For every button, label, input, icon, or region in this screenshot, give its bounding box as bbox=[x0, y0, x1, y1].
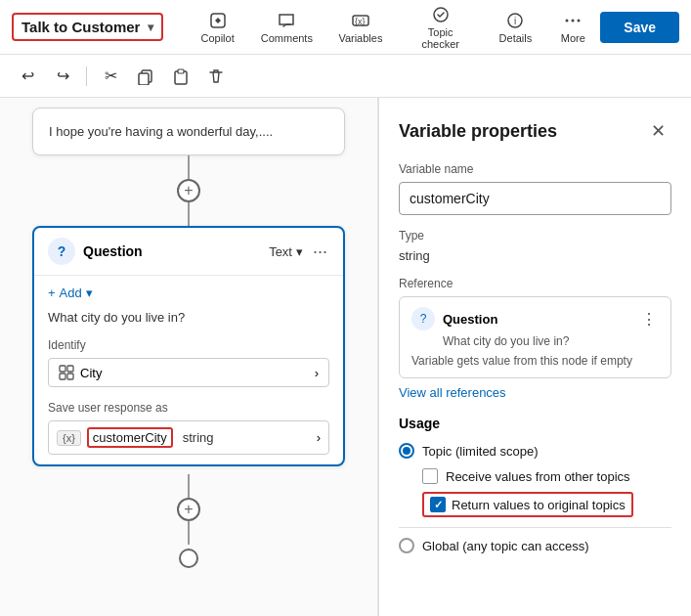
save-field[interactable]: {x} customerCity string › bbox=[48, 420, 329, 455]
topic-scope-radio-indicator bbox=[399, 443, 414, 459]
ref-header: ? Question ⋮ bbox=[411, 307, 659, 330]
ref-title: Question bbox=[443, 312, 497, 327]
identify-chevron-icon: › bbox=[315, 366, 319, 380]
svg-point-8 bbox=[578, 19, 581, 22]
variables-button[interactable]: {x} Variables bbox=[325, 5, 396, 50]
question-header: ? Question Text ▾ ··· bbox=[34, 228, 343, 276]
topic-checker-button[interactable]: Topic checker bbox=[396, 0, 486, 56]
panel-title: Variable properties bbox=[399, 121, 557, 142]
svg-rect-14 bbox=[67, 366, 73, 372]
plus-icon: + bbox=[48, 286, 56, 300]
global-scope-label: Global (any topic can access) bbox=[422, 539, 589, 553]
copilot-label: Copilot bbox=[200, 32, 234, 44]
add-node-button-1[interactable]: + bbox=[177, 179, 200, 202]
comments-button[interactable]: Comments bbox=[248, 5, 325, 50]
canvas: I hope you're having a wonderful day,...… bbox=[0, 98, 378, 616]
type-chevron-icon: ▾ bbox=[296, 244, 303, 259]
global-scope-radio-indicator bbox=[399, 538, 414, 553]
variables-label: Variables bbox=[338, 32, 382, 44]
topic-checker-icon bbox=[431, 5, 451, 24]
cut-button[interactable]: ✂ bbox=[95, 61, 126, 92]
node-more-button[interactable]: ··· bbox=[311, 242, 329, 262]
details-label: Details bbox=[499, 32, 533, 44]
paste-button[interactable] bbox=[165, 61, 196, 92]
view-all-references-link[interactable]: View all references bbox=[399, 385, 506, 400]
topic-scope-label: Topic (limited scope) bbox=[422, 444, 539, 459]
save-field-chevron-icon: › bbox=[317, 430, 321, 445]
var-name-field-label: Variable name bbox=[399, 162, 671, 176]
save-response-label: Save user response as bbox=[48, 401, 329, 415]
identify-value: City bbox=[80, 366, 102, 380]
return-values-checkbox[interactable]: Return values to original topics bbox=[422, 492, 671, 517]
add-label: Add bbox=[60, 286, 82, 300]
global-scope-radio[interactable]: Global (any topic can access) bbox=[399, 538, 671, 553]
identify-field[interactable]: City › bbox=[48, 358, 329, 387]
question-header-right: Text ▾ ··· bbox=[269, 242, 329, 262]
receive-values-checkbox[interactable]: Receive values from other topics bbox=[422, 468, 671, 484]
bottom-connector: + bbox=[177, 474, 200, 568]
ref-question-icon: ? bbox=[411, 307, 435, 330]
svg-point-6 bbox=[566, 19, 569, 22]
copy-button[interactable] bbox=[130, 61, 161, 92]
connector-line-2 bbox=[188, 202, 190, 226]
toolbar-icons: Copilot Comments {x} Variables Topic che… bbox=[187, 0, 600, 56]
panel-header: Variable properties ✕ bbox=[399, 117, 671, 145]
usage-title: Usage bbox=[399, 416, 671, 431]
delete-button[interactable] bbox=[200, 61, 232, 92]
var-name-input[interactable] bbox=[399, 182, 671, 215]
connector-line-3 bbox=[188, 474, 190, 498]
ref-header-left: ? Question bbox=[411, 307, 497, 330]
delete-icon bbox=[207, 67, 225, 85]
app-title-text: Talk to Customer bbox=[22, 19, 140, 35]
ref-more-button[interactable]: ⋮ bbox=[639, 310, 659, 329]
copilot-icon bbox=[208, 11, 228, 30]
more-button[interactable]: More bbox=[545, 5, 600, 50]
copy-icon bbox=[137, 67, 154, 85]
variable-properties-panel: Variable properties ✕ Variable name Type… bbox=[378, 98, 691, 616]
topic-scope-sub-options: Receive values from other topics Return … bbox=[422, 468, 671, 517]
save-button[interactable]: Save bbox=[600, 12, 679, 43]
main-area: I hope you're having a wonderful day,...… bbox=[0, 98, 691, 616]
comments-icon bbox=[277, 11, 296, 30]
type-field-label: Type bbox=[399, 229, 671, 242]
var-name-highlight: customerCity bbox=[87, 427, 173, 448]
add-content-button[interactable]: + Add ▾ bbox=[48, 286, 93, 300]
redo-button[interactable]: ↪ bbox=[47, 61, 78, 92]
details-button[interactable]: i Details bbox=[485, 5, 545, 50]
question-header-left: ? Question bbox=[48, 238, 143, 265]
message-text: I hope you're having a wonderful day,...… bbox=[49, 124, 273, 139]
topic-scope-radio[interactable]: Topic (limited scope) bbox=[399, 443, 671, 459]
return-values-label: Return values to original topics bbox=[452, 498, 626, 512]
comments-label: Comments bbox=[261, 32, 313, 44]
question-title: Question bbox=[83, 243, 143, 259]
type-value: string bbox=[399, 248, 671, 263]
svg-text:i: i bbox=[514, 16, 516, 26]
undo-button[interactable]: ↩ bbox=[12, 61, 43, 92]
question-node: ? Question Text ▾ ··· + Add bbox=[32, 226, 345, 466]
var-type-text: string bbox=[183, 430, 214, 445]
question-text: What city do you live in? bbox=[48, 310, 329, 325]
edit-toolbar: ↩ ↪ ✂ bbox=[0, 55, 691, 98]
end-node bbox=[179, 549, 198, 568]
more-label: More bbox=[561, 32, 585, 44]
receive-values-label: Receive values from other topics bbox=[446, 469, 630, 484]
copilot-button[interactable]: Copilot bbox=[187, 5, 247, 50]
reference-field-label: Reference bbox=[399, 277, 671, 290]
close-panel-button[interactable]: ✕ bbox=[644, 117, 671, 145]
receive-values-checkbox-box bbox=[422, 468, 438, 484]
main-toolbar: Talk to Customer ▾ Copilot Comments {x} … bbox=[0, 0, 691, 55]
type-selector[interactable]: Text ▾ bbox=[269, 244, 303, 259]
question-body: + Add ▾ What city do you live in? Identi… bbox=[34, 276, 343, 464]
svg-point-7 bbox=[572, 19, 575, 22]
reference-box: ? Question ⋮ What city do you live in? V… bbox=[399, 296, 671, 378]
var-badge: {x} bbox=[57, 430, 81, 446]
svg-text:{x}: {x} bbox=[355, 17, 366, 26]
identify-label: Identify bbox=[48, 338, 329, 352]
type-label: Text bbox=[269, 244, 292, 259]
svg-rect-12 bbox=[178, 69, 184, 73]
app-title[interactable]: Talk to Customer ▾ bbox=[12, 13, 163, 41]
add-node-button-2[interactable]: + bbox=[177, 498, 200, 521]
svg-rect-10 bbox=[139, 73, 149, 85]
ref-subtitle: What city do you live in? bbox=[443, 334, 659, 348]
return-values-checkbox-box bbox=[430, 497, 446, 512]
